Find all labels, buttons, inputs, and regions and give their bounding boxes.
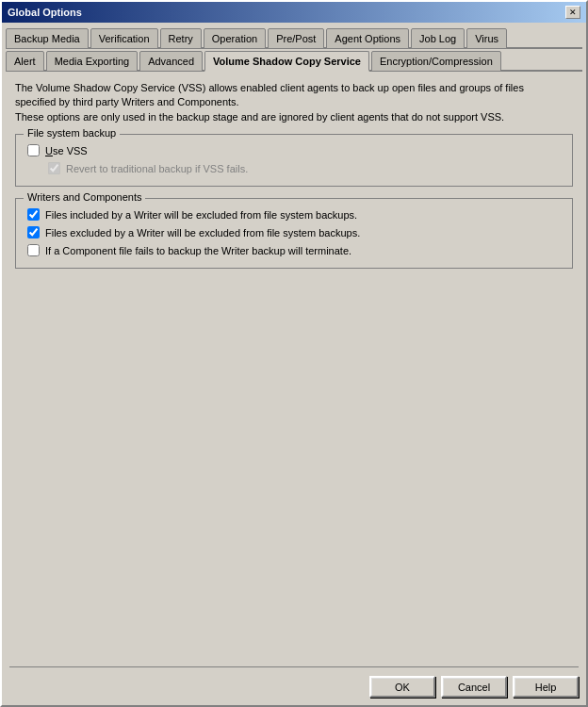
ok-button[interactable]: OK (369, 676, 435, 698)
revert-label: Revert to traditional backup if VSS fail… (66, 163, 248, 174)
revert-checkbox[interactable] (48, 162, 60, 174)
bottom-separator (9, 666, 579, 667)
tab-verification[interactable]: Verification (90, 28, 158, 49)
component-fail-label: If a Component file fails to backup the … (45, 245, 351, 256)
title-bar-controls: ✕ (565, 6, 580, 19)
cancel-button[interactable]: Cancel (441, 676, 507, 698)
tab-advanced[interactable]: Advanced (139, 51, 203, 72)
file-system-backup-label: File system backup (24, 127, 120, 139)
use-vss-checkbox[interactable] (27, 144, 40, 156)
use-vss-label: Use VSS (45, 145, 88, 156)
writer-include-row: Files included by a Writer will be exclu… (27, 208, 561, 221)
tab-row-2: Alert Media Exporting Advanced Volume Sh… (6, 49, 582, 72)
description-line2: specified by third party Writers and Com… (15, 96, 239, 107)
writer-exclude-label: Files excluded by a Writer will be exclu… (45, 227, 360, 238)
tab-encryption[interactable]: Encryption/Compression (371, 51, 501, 72)
main-area: The Volume Shadow Copy Service (VSS) all… (6, 72, 582, 618)
window-content: Backup Media Verification Retry Operatio… (2, 23, 586, 622)
file-system-backup-group: File system backup Use VSS Revert to tra… (15, 134, 573, 187)
description-line3: These options are only used in the backu… (15, 111, 504, 123)
tab-virus[interactable]: Virus (466, 28, 507, 49)
tab-row-1: Backup Media Verification Retry Operatio… (6, 26, 582, 49)
tab-media-exporting[interactable]: Media Exporting (46, 51, 139, 72)
tab-pre-post[interactable]: Pre/Post (268, 28, 324, 49)
buttons-area: OK Cancel Help (369, 676, 579, 698)
revert-row: Revert to traditional backup if VSS fail… (48, 162, 561, 174)
description-line1: The Volume Shadow Copy Service (VSS) all… (15, 82, 524, 93)
description-block: The Volume Shadow Copy Service (VSS) all… (15, 81, 573, 124)
tab-alert[interactable]: Alert (6, 51, 44, 72)
close-button[interactable]: ✕ (565, 6, 580, 19)
tab-volume-shadow[interactable]: Volume Shadow Copy Service (204, 51, 369, 72)
component-fail-row: If a Component file fails to backup the … (27, 244, 561, 256)
writer-include-checkbox[interactable] (27, 208, 40, 221)
writer-include-label: Files included by a Writer will be exclu… (45, 209, 357, 221)
writer-exclude-row: Files excluded by a Writer will be exclu… (27, 226, 561, 238)
tab-agent-options[interactable]: Agent Options (326, 28, 409, 49)
writers-components-group: Writers and Components Files included by… (15, 198, 573, 269)
tab-retry[interactable]: Retry (160, 28, 202, 49)
writer-exclude-checkbox[interactable] (27, 226, 40, 238)
tab-job-log[interactable]: Job Log (411, 28, 465, 49)
use-vss-row: Use VSS (27, 144, 561, 156)
component-fail-checkbox[interactable] (27, 244, 40, 256)
tab-backup-media[interactable]: Backup Media (6, 28, 89, 49)
title-bar: Global Options ✕ (2, 2, 586, 23)
tab-operation[interactable]: Operation (204, 28, 266, 49)
help-button[interactable]: Help (513, 676, 579, 698)
window-title: Global Options (8, 7, 82, 18)
writers-components-label: Writers and Components (24, 191, 145, 203)
global-options-window: Global Options ✕ Backup Media Verificati… (0, 0, 588, 707)
